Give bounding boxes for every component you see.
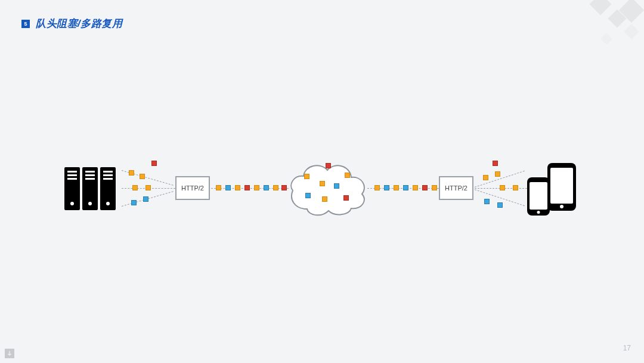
footer-logo-mark [5, 349, 14, 358]
packet [304, 174, 309, 179]
packet [403, 185, 408, 190]
slide-header: 5 队头阻塞/多路复用 [21, 17, 122, 30]
packet [305, 193, 311, 198]
http2-label: HTTP/2 [181, 184, 204, 192]
packet [500, 185, 505, 190]
packet [264, 185, 269, 190]
packet [493, 161, 498, 166]
packet [483, 175, 488, 180]
packet [322, 196, 327, 202]
packet [244, 185, 250, 190]
packet [140, 174, 145, 179]
packet [384, 185, 389, 190]
packet [273, 185, 278, 190]
packet [432, 185, 437, 190]
http2-label: HTTP/2 [445, 184, 467, 192]
slide-title: 队头阻塞/多路复用 [36, 17, 122, 30]
packet [132, 185, 138, 190]
packet [145, 185, 151, 190]
packet [326, 163, 331, 168]
packet [235, 185, 240, 190]
packet [343, 195, 349, 201]
packet [422, 185, 428, 190]
servers-icon [64, 167, 116, 210]
packet [320, 181, 325, 186]
packet [495, 171, 500, 177]
section-number-badge: 5 [21, 20, 30, 28]
packet [225, 185, 231, 190]
corner-decoration [555, 0, 644, 60]
packet [513, 185, 518, 190]
packet [143, 196, 148, 202]
packet [281, 185, 287, 190]
packet [497, 202, 503, 208]
packet [413, 185, 418, 190]
packet [131, 200, 137, 205]
http2-box-right: HTTP/2 [439, 176, 473, 200]
packet [151, 161, 157, 166]
packet [129, 170, 134, 176]
packet [345, 173, 350, 178]
multiplexing-diagram: HTTP/2 HTTP/2 [0, 146, 644, 230]
packet [254, 185, 259, 190]
mobile-devices-icon [527, 163, 576, 216]
http2-box-left: HTTP/2 [175, 176, 210, 200]
packet [334, 183, 339, 189]
packet [484, 199, 490, 204]
packet [374, 185, 380, 190]
packet [394, 185, 399, 190]
packet [216, 185, 221, 190]
page-number: 17 [623, 344, 631, 352]
